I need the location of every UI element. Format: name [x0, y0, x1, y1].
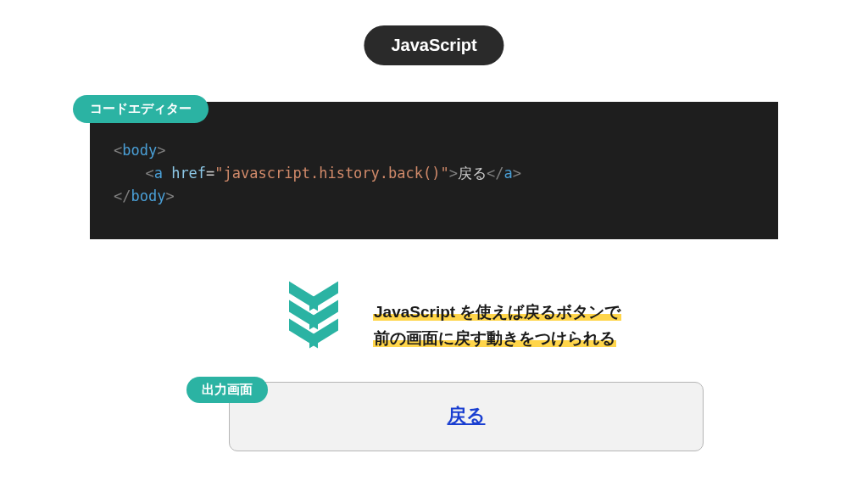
- annotation-line-2: 前の画面に戻す動きをつけられる: [373, 329, 616, 347]
- chevron-down-icon: [288, 290, 339, 346]
- code-line-2: <a href="javascript.history.back()">戻る</…: [114, 162, 754, 185]
- code-line-3: </body>: [114, 185, 754, 208]
- editor-badge: コードエディター: [73, 95, 209, 123]
- output-box: 戻る: [229, 382, 704, 451]
- output-badge-label: 出力画面: [202, 382, 253, 396]
- annotation-text: JavaScript を使えば戻るボタンで 前の画面に戻す動きをつけられる: [373, 299, 621, 352]
- code-line-1: <body>: [114, 139, 754, 162]
- annotation-line-1: JavaScript を使えば戻るボタンで: [373, 303, 621, 321]
- title-text: JavaScript: [391, 36, 476, 54]
- code-editor-section: コードエディター <body> <a href="javascript.hist…: [90, 102, 778, 239]
- output-badge: 出力画面: [186, 377, 268, 403]
- output-section: 出力画面 戻る: [229, 382, 704, 451]
- title-pill: JavaScript: [364, 25, 504, 65]
- back-link[interactable]: 戻る: [448, 405, 486, 426]
- back-link-label: 戻る: [448, 405, 486, 426]
- editor-badge-label: コードエディター: [90, 101, 192, 115]
